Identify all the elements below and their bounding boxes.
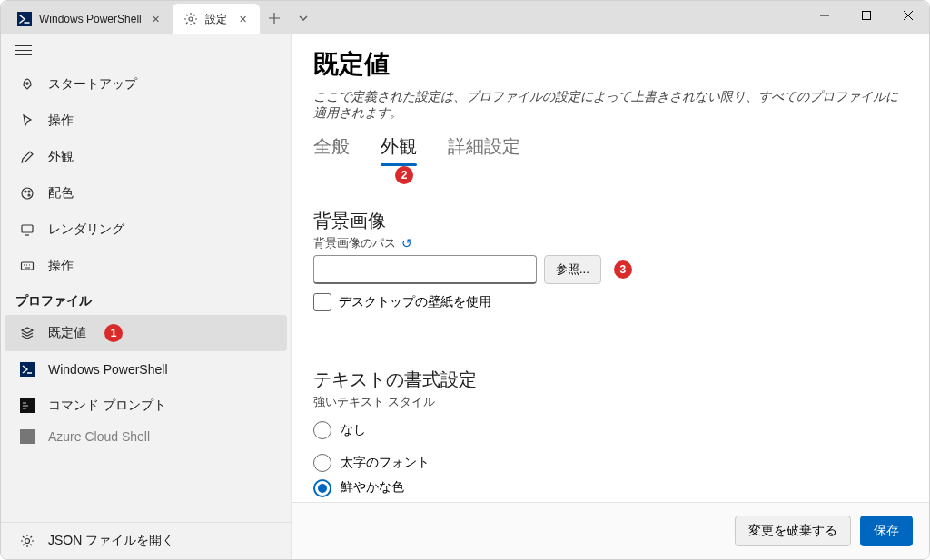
content-footer: 変更を破棄する 保存 xyxy=(292,502,929,559)
close-icon[interactable]: ✕ xyxy=(236,12,251,26)
sidebar-item-label: 外観 xyxy=(48,149,74,165)
text-section-title: テキストの書式設定 xyxy=(313,368,907,392)
svg-rect-8 xyxy=(22,225,33,232)
svg-point-4 xyxy=(22,188,33,199)
tab-general[interactable]: 全般 xyxy=(313,131,350,164)
svg-rect-12 xyxy=(20,429,35,444)
sidebar-item-label: レンダリング xyxy=(48,221,124,238)
svg-point-1 xyxy=(189,17,193,21)
radio-option-none[interactable]: なし xyxy=(313,414,907,447)
azure-icon xyxy=(19,429,35,444)
rocket-icon xyxy=(19,77,35,92)
pencil-icon xyxy=(19,150,35,164)
radio-icon xyxy=(313,479,331,497)
svg-point-6 xyxy=(28,191,30,192)
bg-section-title: 背景画像 xyxy=(313,209,907,233)
page-title: 既定値 xyxy=(313,47,907,82)
sidebar-section-profiles: プロファイル xyxy=(1,284,291,315)
tab-advanced[interactable]: 詳細設定 xyxy=(448,131,520,164)
sidebar-item-rendering[interactable]: レンダリング xyxy=(5,211,287,248)
svg-point-5 xyxy=(25,191,26,192)
radio-option-bright[interactable]: 鮮やかな色 xyxy=(313,479,907,499)
sidebar-item-defaults[interactable]: 既定値 1 xyxy=(5,315,287,351)
annotation-badge-3: 3 xyxy=(614,260,632,279)
tab-appearance[interactable]: 外観 2 xyxy=(381,131,417,164)
svg-point-7 xyxy=(28,194,30,196)
radio-icon xyxy=(313,421,331,439)
sidebar-item-label: コマンド プロンプト xyxy=(48,398,166,414)
titlebar: Windows PowerShell ✕ 設定 ✕ xyxy=(1,1,929,34)
sidebar-item-label: Windows PowerShell xyxy=(48,362,168,377)
use-wallpaper-label: デスクトップの壁紙を使用 xyxy=(339,294,491,310)
powershell-icon xyxy=(17,12,32,26)
save-button[interactable]: 保存 xyxy=(860,516,913,546)
tab-label: Windows PowerShell xyxy=(39,13,142,25)
sidebar-item-colors[interactable]: 配色 xyxy=(5,175,287,211)
sidebar-item-label: JSON ファイルを開く xyxy=(48,533,174,549)
powershell-icon xyxy=(19,362,35,377)
use-wallpaper-checkbox[interactable] xyxy=(313,293,331,311)
tab-powershell[interactable]: Windows PowerShell ✕ xyxy=(6,4,173,34)
sidebar-item-label: 配色 xyxy=(48,185,74,201)
bg-field-label: 背景画像のパス ↺ xyxy=(313,235,907,251)
svg-point-13 xyxy=(25,539,30,544)
browse-button[interactable]: 参照... xyxy=(544,255,601,284)
sidebar-item-label: 操作 xyxy=(48,113,74,129)
sidebar-item-label: スタートアップ xyxy=(48,76,137,93)
svg-rect-9 xyxy=(22,262,34,270)
annotation-badge-1: 1 xyxy=(104,324,123,342)
sidebar-item-startup[interactable]: スタートアップ xyxy=(5,66,287,103)
content-tabs: 全般 外観 2 詳細設定 xyxy=(313,131,907,165)
monitor-icon xyxy=(19,222,35,237)
keyboard-icon xyxy=(19,259,35,273)
text-field-label: 強いテキスト スタイル xyxy=(313,394,907,410)
cursor-icon xyxy=(19,113,35,128)
tab-label: 設定 xyxy=(205,12,229,27)
menu-icon xyxy=(15,45,32,55)
svg-rect-2 xyxy=(863,12,871,20)
sidebar-item-actions[interactable]: 操作 xyxy=(5,248,287,284)
sidebar-item-appearance[interactable]: 外観 xyxy=(5,139,287,175)
close-icon[interactable]: ✕ xyxy=(149,12,163,26)
sidebar-item-powershell[interactable]: Windows PowerShell xyxy=(5,351,287,388)
content: 既定値 ここで定義された設定は、プロファイルの設定によって上書きされない限り、す… xyxy=(292,34,929,559)
reset-icon[interactable]: ↺ xyxy=(401,236,412,251)
cmd-icon xyxy=(19,398,35,413)
sidebar-item-label: 操作 xyxy=(48,258,74,274)
stack-icon xyxy=(19,326,35,340)
sidebar-item-cmd[interactable]: コマンド プロンプト xyxy=(5,388,287,424)
tab-bar: Windows PowerShell ✕ 設定 ✕ xyxy=(6,1,260,34)
svg-point-3 xyxy=(26,83,28,84)
tab-settings[interactable]: 設定 ✕ xyxy=(173,4,260,34)
sidebar-item-label: 既定値 xyxy=(48,325,86,341)
gear-icon xyxy=(183,12,198,26)
radio-icon xyxy=(313,454,331,472)
discard-button[interactable]: 変更を破棄する xyxy=(735,516,851,546)
page-description: ここで定義された設定は、プロファイルの設定によって上書きされない限り、すべてのプ… xyxy=(313,89,907,122)
radio-option-bold[interactable]: 太字のフォント xyxy=(313,447,907,479)
maximize-button[interactable] xyxy=(846,1,887,30)
sidebar-item-azure[interactable]: Azure Cloud Shell xyxy=(5,424,287,444)
palette-icon xyxy=(19,186,35,201)
minimize-button[interactable] xyxy=(804,1,846,30)
annotation-badge-2: 2 xyxy=(395,166,413,184)
sidebar: スタートアップ 操作 外観 配色 レンダリング 操作 xyxy=(1,34,292,559)
body: スタートアップ 操作 外観 配色 レンダリング 操作 xyxy=(1,34,929,559)
window-controls xyxy=(804,1,929,34)
gear-icon xyxy=(19,534,35,548)
open-json-button[interactable]: JSON ファイルを開く xyxy=(5,523,287,559)
hamburger-button[interactable] xyxy=(1,34,291,66)
tab-dropdown-button[interactable] xyxy=(289,5,318,32)
close-button[interactable] xyxy=(887,1,929,30)
sidebar-item-label: Azure Cloud Shell xyxy=(48,429,150,444)
sidebar-item-interaction[interactable]: 操作 xyxy=(5,103,287,139)
new-tab-button[interactable] xyxy=(260,5,289,32)
bg-path-input[interactable] xyxy=(313,255,537,284)
